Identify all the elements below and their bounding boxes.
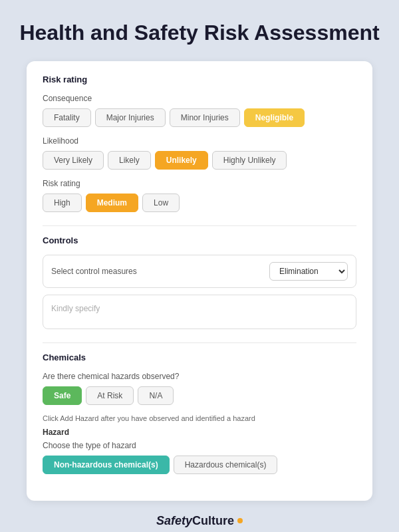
kindly-specify-label: Kindly specify — [51, 304, 100, 313]
brand-culture: Culture — [192, 514, 234, 527]
footer-brand: SafetyCulture — [156, 514, 243, 528]
chemical-at-risk[interactable]: At Risk — [86, 386, 134, 405]
likelihood-label: Likelihood — [43, 136, 356, 146]
risk-rating-high[interactable]: High — [43, 194, 82, 212]
risk-rating-label: Risk rating — [43, 179, 356, 188]
section-divider-2 — [43, 342, 356, 343]
likelihood-unlikely[interactable]: Unlikely — [155, 151, 208, 170]
main-card: Risk rating Consequence Fatality Major I… — [27, 61, 372, 501]
likelihood-highly-unlikely[interactable]: Highly Unlikely — [212, 151, 287, 170]
consequence-major-injuries[interactable]: Major Injuries — [95, 108, 166, 127]
select-control-label: Select control measures — [51, 267, 137, 276]
risk-rating-title: Risk rating — [43, 74, 356, 84]
likelihood-group: Very Likely Likely Unlikely Highly Unlik… — [43, 151, 356, 170]
kindly-specify-box[interactable]: Kindly specify — [43, 295, 356, 329]
hazard-non-hazardous[interactable]: Non-hazardous chemical(s) — [43, 456, 170, 474]
consequence-group: Fatality Major Injuries Minor Injuries N… — [43, 108, 356, 127]
section-divider-1 — [43, 225, 356, 226]
consequence-minor-injuries[interactable]: Minor Injuries — [170, 108, 240, 127]
add-hazard-info: Click Add Hazard after you have observed… — [43, 414, 356, 422]
hazard-type-label: Choose the type of hazard — [43, 441, 356, 450]
consequence-fatality[interactable]: Fatality — [43, 108, 91, 127]
chemical-hazard-group: Safe At Risk N/A — [43, 386, 356, 405]
hazard-label: Hazard — [43, 428, 356, 437]
risk-rating-low[interactable]: Low — [142, 194, 180, 212]
controls-measure-row: Select control measures Elimination Subs… — [43, 255, 356, 288]
likelihood-very-likely[interactable]: Very Likely — [43, 151, 104, 170]
risk-rating-section: Risk rating Consequence Fatality Major I… — [43, 74, 356, 212]
brand-dot — [237, 518, 243, 523]
chemicals-title: Chemicals — [43, 352, 356, 362]
hazard-type-group: Non-hazardous chemical(s) Hazardous chem… — [43, 456, 356, 474]
chemical-hazard-question: Are there chemical hazards observed? — [43, 372, 356, 381]
page-title: Health and Safety Risk Assessment — [19, 20, 379, 45]
controls-section: Controls Select control measures Elimina… — [43, 235, 356, 329]
controls-title: Controls — [43, 235, 356, 245]
hazard-hazardous[interactable]: Hazardous chemical(s) — [174, 456, 278, 474]
chemicals-section: Chemicals Are there chemical hazards obs… — [43, 352, 356, 474]
chemical-safe[interactable]: Safe — [43, 386, 82, 405]
risk-rating-group: High Medium Low — [43, 194, 356, 212]
likelihood-likely[interactable]: Likely — [108, 151, 151, 170]
risk-rating-medium[interactable]: Medium — [86, 194, 138, 212]
consequence-negligible[interactable]: Negligible — [244, 108, 305, 127]
control-measure-dropdown[interactable]: Elimination Substitution Isolation Engin… — [269, 262, 348, 281]
chemical-na[interactable]: N/A — [138, 386, 174, 405]
brand-safety: Safety — [156, 514, 192, 527]
consequence-label: Consequence — [43, 94, 356, 103]
